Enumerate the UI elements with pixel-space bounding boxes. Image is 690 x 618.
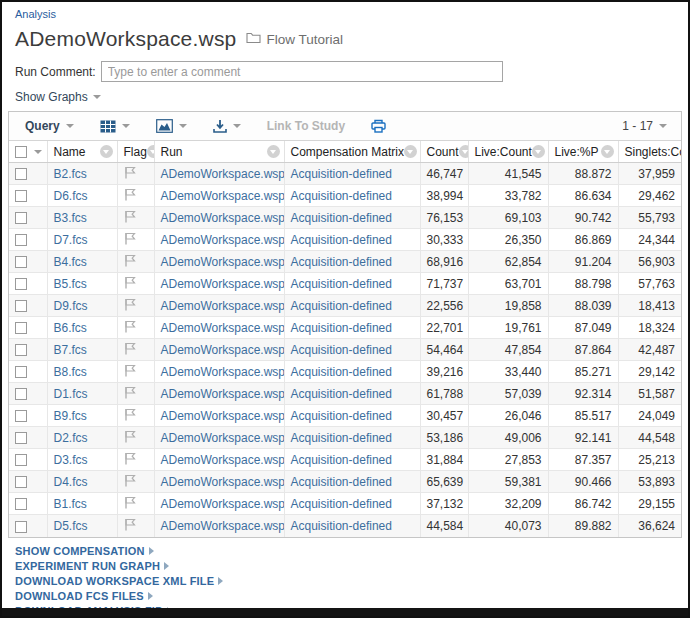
column-header-count[interactable]: Count [420,141,468,163]
flag-icon[interactable] [124,322,136,336]
select-all-checkbox[interactable] [15,146,27,158]
project-link[interactable]: Flow Tutorial [246,31,343,47]
row-checkbox[interactable] [15,498,27,510]
column-header-compensation-matrix[interactable]: Compensation Matrix [284,141,420,163]
column-header-name[interactable]: Name [47,141,117,163]
run-link[interactable]: ADemoWorkspace.wsp [161,277,285,291]
run-link[interactable]: ADemoWorkspace.wsp [161,211,285,225]
flag-icon[interactable] [124,454,136,468]
row-checkbox[interactable] [15,300,27,312]
column-header-live-pct[interactable]: Live:%P [548,141,618,163]
compensation-link[interactable]: Acquisition-defined [291,167,392,181]
download-workspace-xml-link[interactable]: DOWNLOAD WORKSPACE XML FILE [15,574,688,588]
fcs-file-link[interactable]: B3.fcs [54,211,87,225]
fcs-file-link[interactable]: B8.fcs [54,365,87,379]
row-checkbox[interactable] [15,410,27,422]
print-button[interactable] [371,119,386,133]
breadcrumb-analysis-link[interactable]: Analysis [15,8,56,20]
fcs-file-link[interactable]: B5.fcs [54,277,87,291]
row-checkbox[interactable] [15,278,27,290]
fcs-file-link[interactable]: D4.fcs [54,475,88,489]
flag-icon[interactable] [124,212,136,226]
run-link[interactable]: ADemoWorkspace.wsp [161,189,285,203]
chart-menu-button[interactable] [156,119,187,133]
filter-icon[interactable] [459,145,468,158]
run-link[interactable]: ADemoWorkspace.wsp [161,475,285,489]
run-link[interactable]: ADemoWorkspace.wsp [161,453,285,467]
flag-icon[interactable] [124,278,136,292]
run-link[interactable]: ADemoWorkspace.wsp [161,431,285,445]
compensation-link[interactable]: Acquisition-defined [291,277,392,291]
flag-icon[interactable] [124,388,136,402]
flag-icon[interactable] [124,190,136,204]
flag-icon[interactable] [124,168,136,182]
compensation-link[interactable]: Acquisition-defined [291,343,392,357]
row-checkbox[interactable] [15,322,27,334]
row-checkbox[interactable] [15,256,27,268]
fcs-file-link[interactable]: B9.fcs [54,409,87,423]
row-checkbox[interactable] [15,388,27,400]
run-link[interactable]: ADemoWorkspace.wsp [161,519,285,533]
filter-icon[interactable] [147,145,154,158]
run-link[interactable]: ADemoWorkspace.wsp [161,255,285,269]
fcs-file-link[interactable]: D1.fcs [54,387,88,401]
compensation-link[interactable]: Acquisition-defined [291,453,392,467]
column-header-live-count[interactable]: Live:Count [468,141,548,163]
filter-icon[interactable] [532,145,545,158]
column-header-flag[interactable]: Flag [117,141,154,163]
run-link[interactable]: ADemoWorkspace.wsp [161,299,285,313]
compensation-link[interactable]: Acquisition-defined [291,211,392,225]
filter-icon[interactable] [601,145,614,158]
flag-icon[interactable] [124,498,136,512]
run-link[interactable]: ADemoWorkspace.wsp [161,409,285,423]
fcs-file-link[interactable]: B2.fcs [54,167,87,181]
flag-icon[interactable] [124,344,136,358]
chevron-down-icon[interactable] [34,150,42,154]
compensation-link[interactable]: Acquisition-defined [291,409,392,423]
row-checkbox[interactable] [15,212,27,224]
fcs-file-link[interactable]: D3.fcs [54,453,88,467]
compensation-link[interactable]: Acquisition-defined [291,365,392,379]
download-menu-button[interactable] [213,119,241,133]
run-link[interactable]: ADemoWorkspace.wsp [161,497,285,511]
compensation-link[interactable]: Acquisition-defined [291,497,392,511]
compensation-link[interactable]: Acquisition-defined [291,519,392,533]
compensation-link[interactable]: Acquisition-defined [291,189,392,203]
row-checkbox[interactable] [15,234,27,246]
flag-icon[interactable] [124,432,136,446]
column-header-singlets-count[interactable]: Singlets:Count [618,141,681,163]
column-header-run[interactable]: Run [154,141,284,163]
row-checkbox[interactable] [15,476,27,488]
row-checkbox[interactable] [15,521,27,533]
flag-icon[interactable] [124,234,136,248]
flag-icon[interactable] [124,256,136,270]
flag-icon[interactable] [124,300,136,314]
compensation-link[interactable]: Acquisition-defined [291,475,392,489]
fcs-file-link[interactable]: B7.fcs [54,343,87,357]
fcs-file-link[interactable]: D6.fcs [54,189,88,203]
fcs-file-link[interactable]: B4.fcs [54,255,87,269]
compensation-link[interactable]: Acquisition-defined [291,387,392,401]
run-link[interactable]: ADemoWorkspace.wsp [161,343,285,357]
filter-icon[interactable] [267,145,280,158]
compensation-link[interactable]: Acquisition-defined [291,233,392,247]
column-settings-button[interactable] [100,120,130,133]
row-checkbox[interactable] [15,344,27,356]
download-fcs-files-link[interactable]: DOWNLOAD FCS FILES [15,589,688,603]
row-checkbox[interactable] [15,366,27,378]
show-compensation-link[interactable]: SHOW COMPENSATION [15,544,688,558]
experiment-run-graph-link[interactable]: EXPERIMENT RUN GRAPH [15,559,688,573]
run-comment-input[interactable] [101,61,503,82]
fcs-file-link[interactable]: D2.fcs [54,431,88,445]
run-link[interactable]: ADemoWorkspace.wsp [161,387,285,401]
filter-icon[interactable] [404,145,417,158]
filter-icon[interactable] [100,145,113,158]
compensation-link[interactable]: Acquisition-defined [291,299,392,313]
flag-icon[interactable] [124,410,136,424]
run-link[interactable]: ADemoWorkspace.wsp [161,233,285,247]
show-graphs-toggle[interactable]: Show Graphs [15,90,101,104]
row-checkbox[interactable] [15,190,27,202]
fcs-file-link[interactable]: D9.fcs [54,299,88,313]
fcs-file-link[interactable]: D5.fcs [54,519,88,533]
compensation-link[interactable]: Acquisition-defined [291,431,392,445]
